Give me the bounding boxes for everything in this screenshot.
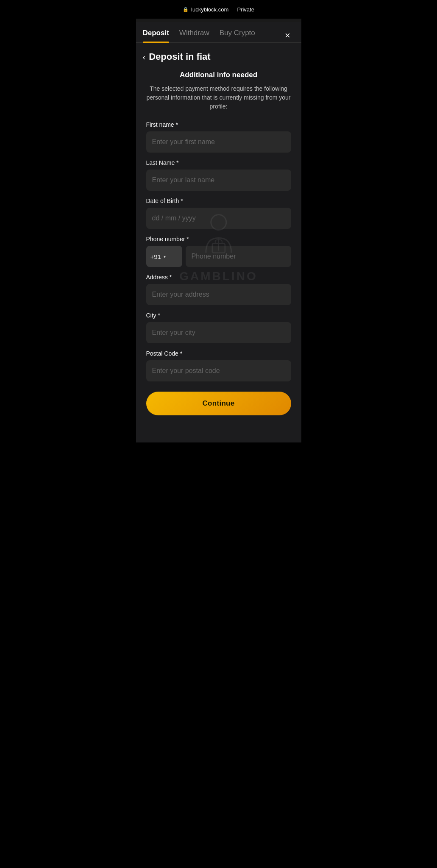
- postal-code-group: Postal Code *: [146, 350, 291, 381]
- phone-country-select[interactable]: +91 ▾: [146, 246, 182, 267]
- dob-label: Date of Birth *: [146, 198, 291, 204]
- last-name-group: Last Name *: [146, 159, 291, 191]
- back-header: ‹ Deposit in fiat: [136, 43, 301, 67]
- tab-withdraw[interactable]: Withdraw: [179, 29, 209, 42]
- modal-container: × Deposit Withdraw Buy Crypto ‹ Deposit …: [136, 22, 301, 442]
- address-label: Address *: [146, 274, 291, 281]
- dob-group: Date of Birth *: [146, 198, 291, 229]
- content-area: Additional info needed The selected paym…: [136, 67, 301, 426]
- dob-input[interactable]: [146, 208, 291, 229]
- first-name-input[interactable]: [146, 131, 291, 153]
- phone-group: Phone number * +91 ▾: [146, 236, 291, 267]
- section-description: The selected payment method requires the…: [146, 84, 291, 111]
- continue-button[interactable]: Continue: [146, 392, 291, 415]
- phone-number-input[interactable]: [186, 246, 291, 267]
- status-bar: 🔒 luckyblock.com — Private: [136, 0, 301, 19]
- city-label: City *: [146, 312, 291, 319]
- phone-container: 🔒 luckyblock.com — Private × Deposit Wit…: [136, 0, 301, 442]
- tab-deposit[interactable]: Deposit: [143, 29, 169, 42]
- phone-field-wrapper: +91 ▾: [146, 246, 291, 267]
- address-input[interactable]: [146, 284, 291, 305]
- chevron-down-icon: ▾: [164, 254, 166, 259]
- phone-label: Phone number *: [146, 236, 291, 242]
- tabs-container: Deposit Withdraw Buy Crypto: [136, 22, 301, 43]
- page-title: Deposit in fiat: [149, 51, 210, 62]
- country-code: +91: [150, 253, 161, 260]
- close-button[interactable]: ×: [281, 29, 295, 42]
- lock-icon: 🔒: [183, 7, 189, 12]
- tab-buy-crypto[interactable]: Buy Crypto: [220, 29, 255, 42]
- url-text: luckyblock.com — Private: [191, 6, 254, 13]
- last-name-label: Last Name *: [146, 159, 291, 166]
- postal-code-input[interactable]: [146, 360, 291, 381]
- city-input[interactable]: [146, 322, 291, 343]
- city-group: City *: [146, 312, 291, 343]
- first-name-group: First name *: [146, 121, 291, 153]
- address-group: Address *: [146, 274, 291, 305]
- back-arrow-icon[interactable]: ‹: [143, 52, 146, 62]
- first-name-label: First name *: [146, 121, 291, 128]
- url-bar: 🔒 luckyblock.com — Private: [183, 6, 254, 13]
- postal-code-label: Postal Code *: [146, 350, 291, 357]
- section-title: Additional info needed: [146, 71, 291, 79]
- last-name-input[interactable]: [146, 170, 291, 191]
